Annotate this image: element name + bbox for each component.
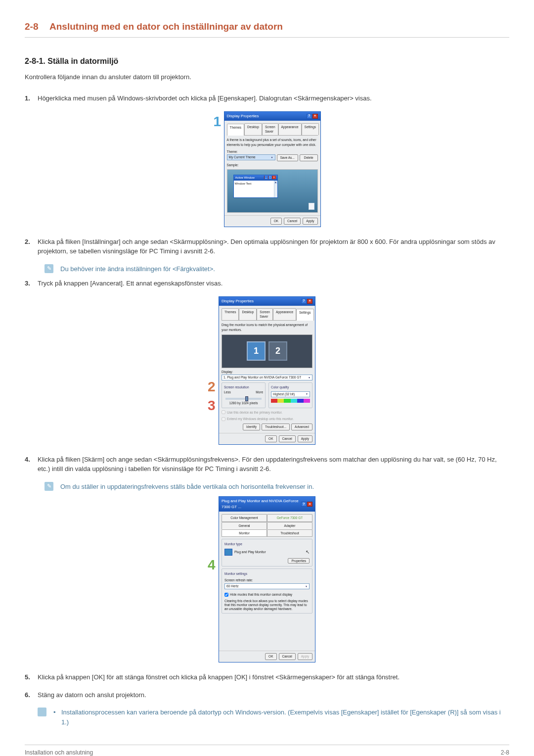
apply-button: Apply (298, 653, 312, 660)
note-1: ✎ Du behöver inte ändra inställningen fö… (44, 264, 509, 274)
close-icon[interactable]: × (307, 299, 312, 304)
monitor-arrange-area[interactable]: 1 2 (222, 334, 312, 368)
step-2: 2. Klicka på fliken [Inställningar] och … (25, 237, 509, 256)
properties-button[interactable]: Properties (288, 558, 310, 564)
note-2: ✎ Om du ställer in uppdateringsfrekvens … (44, 482, 509, 492)
refresh-rate-value: 60 Hertz (226, 584, 239, 589)
title-text: Display Properties (222, 298, 254, 304)
refresh-rate-label: Screen refresh rate: (224, 578, 310, 583)
cancel-button[interactable]: Cancel (279, 653, 296, 660)
chevron-down-icon: ▼ (306, 392, 308, 396)
title-text: Plug and Play Monitor and NVIDIA GeForce… (222, 498, 301, 510)
monitor-2[interactable]: 2 (268, 341, 287, 361)
ok-button[interactable]: OK (265, 653, 276, 660)
apply-button[interactable]: Apply (303, 218, 317, 225)
close-icon[interactable]: × (312, 114, 318, 119)
ok-button[interactable]: OK (265, 435, 276, 442)
checkbox-icon (224, 593, 228, 597)
delete-button[interactable]: Delete (300, 154, 318, 161)
intro-text: Kontrollera följande innan du ansluter d… (25, 72, 509, 82)
ok-button[interactable]: OK (270, 218, 282, 225)
monitor-icon (224, 549, 232, 556)
troubleshoot-button[interactable]: Troubleshoot... (262, 424, 290, 430)
tab-general[interactable]: General (222, 522, 267, 529)
tab-settings[interactable]: Settings (296, 309, 314, 321)
footer-left: Installation och anslutning (25, 748, 93, 756)
hide-modes-checkbox[interactable]: Hide modes that this monitor cannot disp… (224, 592, 310, 597)
tab-themes[interactable]: Themes (222, 308, 239, 321)
tab-troubleshoot[interactable]: Troubleshoot (267, 529, 312, 537)
active-window-title: Active Window (235, 176, 255, 180)
checkbox-icon (222, 410, 225, 414)
subsection-number: 2-8-1. (25, 57, 45, 65)
cancel-button[interactable]: Cancel (284, 218, 301, 225)
extend-desktop-checkbox[interactable]: Extend my Windows desktop onto this moni… (222, 417, 312, 422)
tab-geforce[interactable]: GeForce 7300 GT (267, 514, 312, 521)
dialog-display-properties-2: Display Properties ? × Themes Desktop Sc… (219, 296, 315, 445)
tab-monitor[interactable]: Monitor (222, 529, 267, 537)
note-icon (38, 708, 46, 716)
step-2-text: Klicka på fliken [Inställningar] och ang… (38, 237, 509, 256)
step-2-number: 2. (25, 237, 38, 247)
step-3-number: 3. (25, 279, 38, 288)
step-4-text: Klicka på fliken [Skärm] och ange sedan … (38, 455, 509, 474)
resolution-slider[interactable] (225, 398, 262, 400)
section-title: Anslutning med en dator och inställninga… (49, 21, 283, 32)
color-quality-value: Highest (32 bit) (273, 392, 295, 397)
tab-screen-saver[interactable]: Screen Saver (262, 123, 278, 136)
apply-button[interactable]: Apply (298, 435, 312, 442)
page-footer: Installation och anslutning 2-8 (25, 745, 509, 756)
callout-3: 3 (208, 395, 216, 416)
tab-row: Themes Desktop Screen Saver Appearance S… (222, 308, 312, 321)
checkbox-icon (222, 417, 225, 421)
tab-desktop[interactable]: Desktop (239, 308, 257, 321)
tab-desktop[interactable]: Desktop (244, 123, 262, 136)
bullet-icon: • (53, 708, 61, 727)
cancel-button[interactable]: Cancel (279, 435, 296, 442)
more-label: More (256, 390, 263, 395)
step-6: 6. Stäng av datorn och anslut projektorn… (25, 690, 509, 700)
help-icon[interactable]: ? (301, 299, 307, 304)
color-quality-label: Color quality (271, 385, 310, 390)
tab-appearance[interactable]: Appearance (278, 123, 302, 136)
monitor-type-name: Plug and Play Monitor (234, 550, 266, 555)
tab-screen-saver[interactable]: Screen Saver (257, 308, 273, 321)
chevron-down-icon: ▼ (308, 376, 311, 380)
tab-row-2: General Adapter Monitor Troubleshoot (222, 522, 312, 537)
recycle-bin-icon (309, 203, 314, 210)
tab-themes[interactable]: Themes (227, 124, 244, 136)
chevron-down-icon: ▼ (305, 585, 308, 589)
screen-resolution-group: Screen resolution Less More 1280 by 1024… (222, 382, 266, 408)
note-icon: ✎ (44, 482, 53, 491)
primary-monitor-checkbox[interactable]: Use this device as the primary monitor. (222, 410, 312, 415)
scroll-up-icon: ▲ (274, 181, 277, 184)
save-as-button[interactable]: Save As... (277, 154, 298, 161)
maximize-icon: ▢ (268, 176, 272, 179)
color-quality-select[interactable]: Highest (32 bit) ▼ (271, 391, 310, 397)
color-quality-group: Color quality Highest (32 bit) ▼ (268, 382, 312, 408)
advanced-button[interactable]: Advanced (291, 424, 312, 430)
monitor-1[interactable]: 1 (247, 341, 266, 361)
display-label: Display: (222, 370, 312, 375)
active-window: Active Window _ ▢ × Window Text ▲ (233, 175, 278, 198)
note-icon: ✎ (44, 264, 53, 273)
tab-adapter[interactable]: Adapter (267, 522, 312, 529)
tab-color-management[interactable]: Color Management (222, 514, 267, 521)
slider-thumb[interactable] (245, 396, 248, 401)
monitor-type-panel: Monitor type Plug and Play Monitor ↖ Pro… (222, 539, 312, 567)
theme-select-value: My Current Theme (229, 155, 256, 160)
figure-3: Plug and Play Monitor and NVIDIA GeForce… (25, 496, 509, 662)
monitor-type-label: Monitor type (224, 542, 310, 547)
help-icon[interactable]: ? (307, 114, 312, 119)
tab-settings[interactable]: Settings (302, 123, 319, 136)
identify-button[interactable]: Identify (243, 424, 260, 430)
close-icon[interactable]: × (307, 502, 312, 507)
help-icon[interactable]: ? (301, 502, 307, 507)
figure-1: 1 Display Properties ? × Themes Desktop … (25, 111, 509, 227)
display-select[interactable]: 1. Plug and Play Monitor on NVIDIA GeFor… (222, 375, 312, 380)
theme-select[interactable]: My Current Theme ▼ (227, 154, 275, 160)
step-3: 3. Tryck på knappen [Avancerat]. Ett ann… (25, 279, 509, 288)
tab-appearance[interactable]: Appearance (273, 308, 296, 321)
chevron-down-icon: ▼ (271, 156, 273, 160)
refresh-rate-select[interactable]: 60 Hertz ▼ (224, 583, 310, 589)
